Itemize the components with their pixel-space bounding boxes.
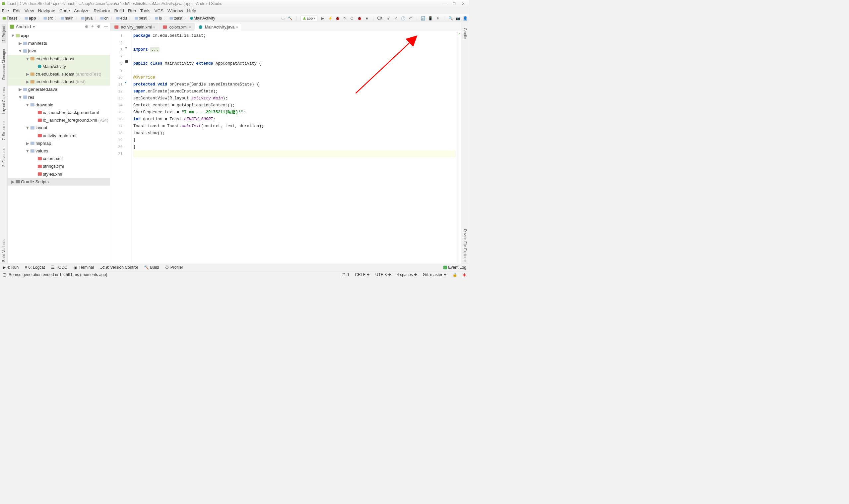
status-line-sep[interactable]: CRLF ≑ bbox=[355, 272, 370, 277]
bottom-logcat[interactable]: ≡ 6: Logcat bbox=[25, 265, 45, 270]
status-caret-pos[interactable]: 21:1 bbox=[342, 272, 349, 277]
user-icon[interactable]: 👤 bbox=[463, 16, 467, 20]
git-commit-icon[interactable]: ✓ bbox=[394, 16, 398, 20]
tree-strings[interactable]: strings.xml bbox=[7, 162, 110, 170]
tree-icbg[interactable]: ic_launcher_background.xml bbox=[7, 109, 110, 116]
tree-manifests[interactable]: ▶manifests bbox=[7, 39, 110, 47]
crumb-besti[interactable]: besti bbox=[134, 16, 148, 21]
project-header[interactable]: Android ▾ ⊕ ÷ ⚙ — bbox=[7, 22, 110, 31]
close-tab-icon[interactable]: × bbox=[236, 25, 238, 29]
tab-mainactivity[interactable]: MainActivity.java× bbox=[194, 23, 241, 31]
close-tab-icon[interactable]: × bbox=[189, 25, 191, 29]
screenshot-icon[interactable]: 📷 bbox=[456, 16, 460, 20]
git-revert-icon[interactable]: ↶ bbox=[408, 16, 413, 20]
bottom-todo[interactable]: ☰ TODO bbox=[51, 265, 67, 270]
crumb-cn[interactable]: cn bbox=[99, 16, 110, 21]
menu-code[interactable]: Code bbox=[59, 8, 70, 13]
tree-colors[interactable]: colors.xml bbox=[7, 155, 110, 162]
attach-debugger-icon[interactable]: 🐞 bbox=[357, 16, 362, 20]
profile-icon[interactable]: ⏱ bbox=[350, 16, 354, 20]
collapse-icon[interactable]: ÷ bbox=[91, 24, 94, 29]
side-tab-resource-manager[interactable]: Resource Manager bbox=[2, 47, 6, 82]
tree-pkg1[interactable]: ▼cn.edu.besti.is.toast bbox=[7, 55, 110, 62]
crumb-is[interactable]: is bbox=[154, 16, 163, 21]
tree-pkg3[interactable]: ▶cn.edu.besti.is.toast (test) bbox=[7, 78, 110, 86]
side-tab-build-variants[interactable]: Build Variants bbox=[2, 238, 6, 264]
status-encoding[interactable]: UTF-8 ≑ bbox=[376, 272, 391, 277]
tree-mainactivity[interactable]: MainActivity bbox=[7, 62, 110, 70]
tree-actmain[interactable]: activity_main.xml bbox=[7, 132, 110, 140]
search-icon[interactable]: 🔍 bbox=[448, 16, 453, 20]
run-config-selector[interactable]: app ▾ bbox=[300, 16, 318, 21]
tree-values[interactable]: ▼values bbox=[7, 147, 110, 155]
tree-gradle-scripts[interactable]: ▶Gradle Scripts bbox=[7, 178, 110, 185]
tab-colors[interactable]: colors.xml× bbox=[158, 23, 194, 31]
project-tree[interactable]: ▼app ▶manifests ▼java ▼cn.edu.besti.is.t… bbox=[7, 31, 110, 264]
tree-pkg2[interactable]: ▶cn.edu.besti.is.toast (androidTest) bbox=[7, 70, 110, 78]
crumb-main[interactable]: main bbox=[60, 16, 75, 21]
tree-styles[interactable]: styles.xml bbox=[7, 170, 110, 178]
menu-file[interactable]: File bbox=[2, 8, 9, 13]
side-tab-device-explorer[interactable]: Device File Explorer bbox=[463, 227, 467, 264]
dropdown-icon[interactable]: ▾ bbox=[33, 24, 35, 29]
menu-build[interactable]: Build bbox=[114, 8, 124, 13]
gear-icon[interactable]: ⚙ bbox=[97, 24, 101, 29]
menu-tools[interactable]: Tools bbox=[140, 8, 151, 13]
tree-icfg[interactable]: ic_launcher_foreground.xml (v24) bbox=[7, 116, 110, 124]
bottom-run[interactable]: ▶ 4: Run bbox=[3, 265, 19, 270]
bottom-event-log[interactable]: 1 Event Log bbox=[444, 265, 466, 270]
close-tab-icon[interactable]: × bbox=[153, 25, 155, 29]
coverage-icon[interactable]: ↻ bbox=[343, 16, 347, 20]
bottom-profiler[interactable]: ⏱ Profiler bbox=[165, 265, 183, 270]
status-indent[interactable]: 4 spaces ≑ bbox=[397, 272, 417, 277]
tree-generated[interactable]: ▶generatedJava bbox=[7, 86, 110, 93]
tree-java[interactable]: ▼java bbox=[7, 47, 110, 55]
side-tab-structure[interactable]: 7: Structure bbox=[2, 120, 6, 142]
minimize-icon[interactable]: — bbox=[443, 1, 447, 6]
git-history-icon[interactable]: 🕐 bbox=[401, 16, 405, 20]
code-editor[interactable]: 123789101112131415161718192021 ⊞⬛●↑ pack… bbox=[110, 31, 461, 264]
menu-vcs[interactable]: VCS bbox=[155, 8, 163, 13]
tree-app[interactable]: ▼app bbox=[7, 32, 110, 39]
sync-gradle-icon[interactable]: 🔄 bbox=[421, 16, 426, 20]
menu-analyze[interactable]: Analyze bbox=[74, 8, 89, 13]
menu-edit[interactable]: Edit bbox=[13, 8, 20, 13]
bottom-build[interactable]: 🔨 Build bbox=[144, 265, 159, 270]
hide-icon[interactable]: — bbox=[104, 24, 108, 29]
status-lock-icon[interactable]: 🔒 bbox=[452, 272, 457, 277]
tree-drawable[interactable]: ▼drawable bbox=[7, 101, 110, 109]
side-tab-project[interactable]: 1: Project bbox=[2, 24, 6, 43]
tree-res[interactable]: ▼res bbox=[7, 93, 110, 101]
crumb-mainactivity[interactable]: MainActivity bbox=[189, 16, 216, 21]
tree-layout[interactable]: ▼layout bbox=[7, 124, 110, 131]
tab-activity-main[interactable]: activity_main.xml× bbox=[110, 23, 158, 31]
maximize-icon[interactable]: □ bbox=[452, 1, 456, 6]
run-icon[interactable]: ▶ bbox=[321, 16, 325, 20]
status-git[interactable]: Git: master ≑ bbox=[423, 272, 447, 277]
select-opened-icon[interactable]: ⊕ bbox=[85, 24, 88, 29]
crumb-src[interactable]: src bbox=[42, 16, 54, 21]
hammer-icon[interactable]: 🔨 bbox=[288, 16, 292, 20]
status-inspector-icon[interactable]: ◉ bbox=[463, 272, 466, 277]
status-hide-icon[interactable]: ▢ bbox=[3, 272, 7, 277]
menu-navigate[interactable]: Navigate bbox=[38, 8, 55, 13]
bottom-terminal[interactable]: ▣ Terminal bbox=[74, 265, 94, 270]
menu-help[interactable]: Help bbox=[187, 8, 196, 13]
debug-icon[interactable]: 🐞 bbox=[335, 16, 340, 20]
menu-view[interactable]: View bbox=[24, 8, 34, 13]
sdk-manager-icon[interactable]: ⬇ bbox=[436, 16, 440, 20]
crumb-app[interactable]: app bbox=[23, 16, 37, 21]
side-tab-favorites[interactable]: 2: Favorites bbox=[2, 146, 6, 169]
avd-manager-icon[interactable]: 📱 bbox=[429, 16, 433, 20]
crumb-java[interactable]: java bbox=[80, 16, 93, 21]
stop-icon[interactable]: ■ bbox=[364, 16, 369, 20]
menu-window[interactable]: Window bbox=[168, 8, 183, 13]
crumb-toast2[interactable]: toast bbox=[169, 16, 184, 21]
crumb-toast[interactable]: Toast bbox=[1, 16, 18, 21]
menu-refactor[interactable]: Refactor bbox=[93, 8, 110, 13]
close-icon[interactable]: ✕ bbox=[461, 1, 465, 6]
menu-run[interactable]: Run bbox=[128, 8, 136, 13]
git-pull-icon[interactable]: ↙ bbox=[386, 16, 391, 20]
bottom-vcs[interactable]: ⎇ 9: Version Control bbox=[100, 265, 138, 270]
device-select-icon[interactable]: ▭ bbox=[281, 16, 285, 20]
